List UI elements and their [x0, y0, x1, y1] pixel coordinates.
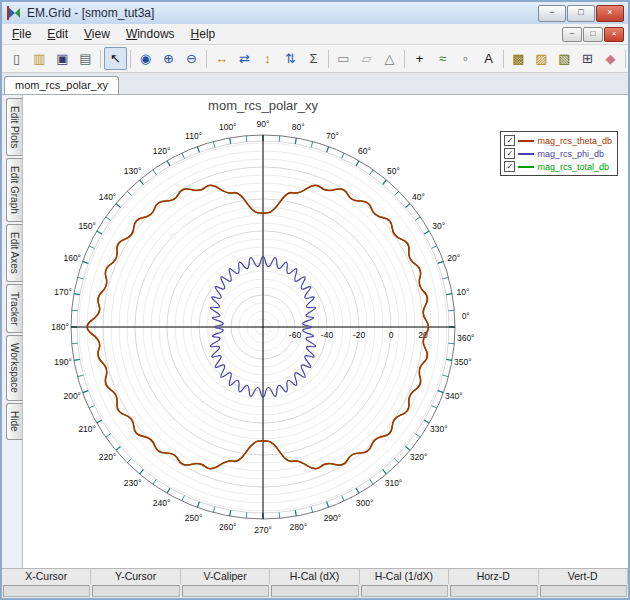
svg-text:190°: 190°: [54, 357, 72, 367]
legend-line-mag_rcs_theta_db: [518, 140, 534, 142]
toolbar-zoom-window-icon[interactable]: ▭: [332, 47, 355, 70]
readout-value-v-caliper: [182, 585, 269, 598]
svg-text:170°: 170°: [54, 287, 72, 297]
toolbar-plot-style-surface-icon[interactable]: ▩: [507, 47, 530, 70]
svg-text:160°: 160°: [63, 253, 81, 263]
tab-mom-rcs-polar-xy[interactable]: mom_rcs_polar_xy: [4, 76, 119, 94]
menu-edit[interactable]: Edit: [39, 25, 76, 43]
toolbar-expand-y-icon[interactable]: ↕: [256, 47, 279, 70]
svg-text:90°: 90°: [257, 119, 270, 129]
toolbar-region-box-icon[interactable]: ▫: [454, 47, 477, 70]
svg-text:260°: 260°: [219, 522, 237, 532]
toolbar-zoom-in-icon[interactable]: ⊕: [157, 47, 180, 70]
toolbar-separator: [206, 50, 207, 68]
toolbar-text-annotation-icon[interactable]: A: [477, 47, 500, 70]
readout-headers: X-CursorY-CursorV-CaliperH-Cal (dX)H-Cal…: [2, 569, 628, 584]
toolbar-separator: [503, 50, 504, 68]
mdi-minimize-icon[interactable]: −: [562, 27, 582, 42]
toolbar-pan-mode-icon[interactable]: ▱: [355, 47, 378, 70]
menu-windows[interactable]: Windows: [118, 25, 183, 43]
svg-text:80°: 80°: [292, 122, 305, 132]
legend: ✓mag_rcs_theta_db✓mag_rcs_phi_db✓mag_rcs…: [500, 131, 618, 176]
legend-label-mag_rcs_total_db: mag_rcs_total_db: [537, 162, 609, 172]
mdi-restore-icon[interactable]: □: [583, 27, 603, 42]
menu-view[interactable]: View: [76, 25, 118, 43]
svg-text:150°: 150°: [78, 221, 96, 231]
toolbar-save-file-icon[interactable]: ▣: [51, 47, 74, 70]
toolbar-add-marker-icon[interactable]: +: [408, 47, 431, 70]
svg-text:-20: -20: [353, 330, 366, 340]
svg-text:320°: 320°: [410, 452, 428, 462]
toolbar-clear-plot-icon[interactable]: ◆: [599, 47, 622, 70]
plot-area: -60-40-200200°10°20°30°40°50°60°70°80°90…: [22, 95, 628, 568]
legend-line-mag_rcs_phi_db: [518, 153, 534, 155]
toolbar-data-grid-icon[interactable]: ⊞: [576, 47, 599, 70]
svg-text:30°: 30°: [432, 221, 445, 231]
sidebar-tab-workspace[interactable]: Workspace: [6, 335, 22, 401]
svg-text:180°: 180°: [51, 322, 69, 332]
toolbar-autoscale-icon[interactable]: Σ: [302, 47, 325, 70]
svg-text:10°: 10°: [456, 287, 469, 297]
svg-text:100°: 100°: [219, 122, 237, 132]
window-controls: − □ ×: [538, 5, 624, 22]
toolbar-select-pointer-icon[interactable]: ↖: [104, 47, 127, 70]
readout-header-vert-d: Vert-D: [539, 569, 628, 584]
toolbar-open-file-icon[interactable]: ▥: [28, 47, 51, 70]
readout-value-x-cursor: [3, 585, 90, 598]
sidebar-tab-edit-graph[interactable]: Edit Graph: [6, 158, 22, 222]
toolbar-expand-x-icon[interactable]: ↔: [210, 47, 233, 70]
app-window: EM.Grid - [smom_tut3a] − □ × FileEditVie…: [0, 0, 630, 600]
menu-help[interactable]: Help: [183, 25, 224, 43]
readout-value-h-cal-dx: [271, 585, 358, 598]
menu-items: FileEditViewWindowsHelp: [4, 25, 562, 43]
legend-label-mag_rcs_phi_db: mag_rcs_phi_db: [537, 149, 604, 159]
legend-checkbox-mag_rcs_phi_db[interactable]: ✓: [504, 148, 515, 159]
minimize-icon[interactable]: −: [538, 5, 566, 22]
svg-text:50°: 50°: [387, 166, 400, 176]
svg-text:360°: 360°: [457, 333, 475, 343]
readout-header-h-cal-1-dx: H-Cal (1/dX): [360, 569, 449, 584]
svg-text:300°: 300°: [356, 498, 374, 508]
toolbar-zoom-reset-icon[interactable]: ◉: [134, 47, 157, 70]
toolbar-compress-y-icon[interactable]: ⇅: [279, 47, 302, 70]
svg-text:0: 0: [389, 330, 394, 340]
menu-file[interactable]: File: [4, 25, 39, 43]
toolbar-zoom-out-icon[interactable]: ⊖: [180, 47, 203, 70]
svg-text:350°: 350°: [454, 357, 472, 367]
toolbar-plot-style-mesh-icon[interactable]: ▧: [553, 47, 576, 70]
main-content: Edit PlotsEdit GraphEdit AxesTrackerWork…: [2, 95, 628, 568]
toolbar-compress-x-icon[interactable]: ⇄: [233, 47, 256, 70]
toolbar-polygon-zoom-icon[interactable]: △: [378, 47, 401, 70]
readout-header-h-cal-dx: H-Cal (dX): [270, 569, 359, 584]
svg-text:340°: 340°: [445, 391, 463, 401]
sidebar-tab-edit-axes[interactable]: Edit Axes: [6, 224, 22, 282]
toolbar-plot-style-contour-icon[interactable]: ▨: [530, 47, 553, 70]
window-title: EM.Grid - [smom_tut3a]: [27, 6, 533, 20]
sidebar-tab-hide[interactable]: Hide: [6, 403, 22, 440]
readout-value-horz-d: [450, 585, 537, 598]
sidebar-tab-edit-plots[interactable]: Edit Plots: [6, 98, 22, 156]
svg-text:240°: 240°: [153, 498, 171, 508]
svg-text:220°: 220°: [99, 452, 117, 462]
app-icon: [6, 5, 22, 21]
svg-text:120°: 120°: [153, 146, 171, 156]
toolbar-new-file-icon[interactable]: ▯: [5, 47, 28, 70]
plot-title: mom_rcs_polar_xy: [23, 98, 503, 113]
readout-header-v-caliper: V-Caliper: [181, 569, 270, 584]
legend-checkbox-mag_rcs_theta_db[interactable]: ✓: [504, 135, 515, 146]
svg-text:40°: 40°: [412, 192, 425, 202]
maximize-icon[interactable]: □: [567, 5, 595, 22]
toolbar-print-icon[interactable]: ▤: [74, 47, 97, 70]
toolbar-separator: [625, 50, 626, 68]
title-bar[interactable]: EM.Grid - [smom_tut3a] − □ ×: [2, 2, 628, 24]
mdi-close-icon[interactable]: ×: [604, 27, 624, 42]
close-icon[interactable]: ×: [596, 5, 624, 22]
menu-bar: FileEditViewWindowsHelp − □ ×: [2, 24, 628, 45]
toolbar-tracker-trace-icon[interactable]: ≈: [431, 47, 454, 70]
readout-value-h-cal-1-dx: [361, 585, 448, 598]
toolbar-icons: ▯▥▣▤↖◉⊕⊖↔⇄↕⇅Σ▭▱△+≈▫A▩▨▧⊞◆◫⇔≡: [5, 47, 630, 70]
legend-checkbox-mag_rcs_total_db[interactable]: ✓: [504, 161, 515, 172]
svg-text:200°: 200°: [63, 391, 81, 401]
sidebar-tab-tracker[interactable]: Tracker: [6, 284, 22, 334]
svg-text:20°: 20°: [447, 253, 460, 263]
